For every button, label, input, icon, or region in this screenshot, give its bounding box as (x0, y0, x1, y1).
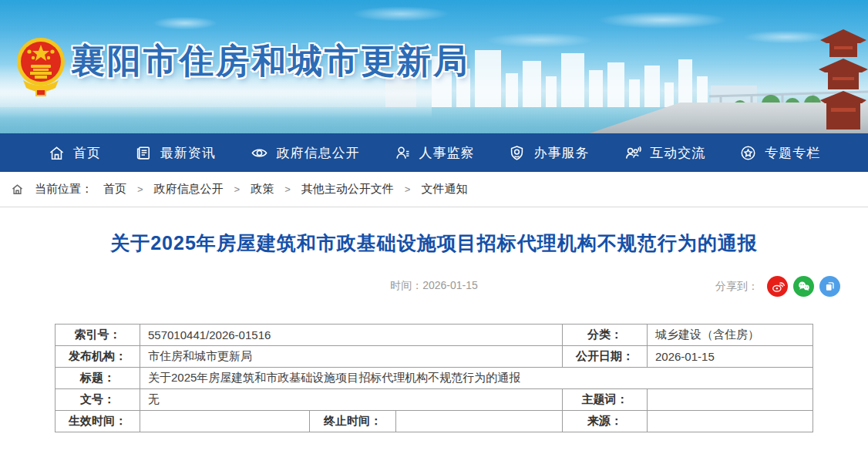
nav-label: 专题专栏 (765, 144, 820, 162)
nav-item-gov-info[interactable]: 政府信息公开 (250, 144, 360, 162)
breadcrumb-item-policy[interactable]: 政策 (251, 182, 274, 197)
eye-icon (250, 144, 269, 162)
share-copy-link-button[interactable] (819, 276, 840, 297)
breadcrumb-item-notices[interactable]: 文件通知 (421, 182, 467, 197)
nav-item-news[interactable]: 最新资讯 (135, 144, 216, 162)
share-wechat-button[interactable] (793, 276, 814, 297)
nav-item-personnel[interactable]: 人事监察 (394, 144, 475, 162)
title-label: 标题： (56, 368, 140, 389)
article-area: 关于2025年房屋建筑和市政基础设施项目招标代理机构不规范行为的通报 时间：20… (0, 207, 868, 432)
title-value: 关于2025年房屋建筑和市政基础设施项目招标代理机构不规范行为的通报 (140, 368, 813, 389)
breadcrumb-item-other-docs[interactable]: 其他主动公开文件 (301, 182, 394, 197)
home-icon (48, 144, 66, 162)
banner-pagoda (819, 14, 868, 129)
index-value: 557010441/2026-01516 (140, 325, 563, 346)
share-weibo-button[interactable] (767, 276, 788, 297)
nav-label: 办事服务 (533, 144, 589, 162)
breadcrumb: 当前位置： 首页 > 政府信息公开 > 政策 > 其他主动公开文件 > 文件通知 (0, 172, 868, 207)
breadcrumb-separator: > (405, 183, 411, 195)
nav-label: 人事监察 (419, 144, 475, 162)
shield-icon (508, 144, 526, 162)
publisher-label: 发布机构： (56, 346, 140, 368)
nav-label: 首页 (73, 144, 101, 162)
article-meta-row: 时间：2026-01-15 分享到： (0, 274, 868, 298)
effective-label: 生效时间： (56, 411, 140, 432)
table-row: 文号： 无 主题词： (56, 389, 813, 411)
category-label: 分类： (563, 325, 648, 346)
star-icon (739, 144, 757, 162)
weibo-icon (771, 280, 785, 294)
share-label: 分享到： (715, 280, 759, 294)
nav-item-interaction[interactable]: 互动交流 (623, 144, 705, 162)
site-title: 襄阳市住房和城市更新局 (71, 39, 469, 84)
main-nav: 首页 最新资讯 政府信息公开 人事监察 办事服务 互动交流 (0, 133, 868, 172)
category-value: 城乡建设（含住房） (648, 325, 813, 346)
nav-item-special[interactable]: 专题专栏 (739, 144, 820, 162)
source-label: 来源： (563, 411, 648, 432)
publisher-value: 市住房和城市更新局 (140, 346, 563, 368)
breadcrumb-separator: > (137, 183, 143, 195)
breadcrumb-separator: > (234, 183, 241, 195)
nav-label: 政府信息公开 (277, 144, 360, 162)
nav-item-home[interactable]: 首页 (48, 144, 101, 162)
table-row: 生效时间： 终止时间： 来源： (56, 411, 813, 432)
wechat-icon (796, 279, 811, 294)
home-icon (11, 183, 24, 196)
keywords-value (648, 389, 813, 411)
source-value (648, 411, 813, 432)
copy-link-icon (823, 280, 836, 293)
document-meta-table: 索引号： 557010441/2026-01516 分类： 城乡建设（含住房） … (55, 324, 813, 432)
expiry-label: 终止时间： (310, 411, 396, 432)
keywords-label: 主题词： (563, 389, 648, 411)
breadcrumb-location-label: 当前位置： (35, 182, 93, 197)
nav-label: 最新资讯 (160, 144, 216, 162)
share-group: 分享到： (715, 276, 840, 297)
person-icon (394, 144, 412, 162)
effective-value (140, 411, 310, 432)
breadcrumb-separator: > (284, 183, 291, 195)
pubdate-value: 2026-01-15 (648, 346, 813, 368)
pubdate-label: 公开日期： (563, 346, 648, 368)
table-row: 索引号： 557010441/2026-01516 分类： 城乡建设（含住房） (56, 325, 813, 346)
docnum-value: 无 (140, 389, 563, 411)
table-row: 标题： 关于2025年房屋建筑和市政基础设施项目招标代理机构不规范行为的通报 (56, 368, 813, 389)
breadcrumb-item-gov-info[interactable]: 政府信息公开 (154, 182, 224, 197)
site-banner: 襄阳市住房和城市更新局 (0, 0, 868, 133)
news-icon (135, 144, 153, 162)
expiry-value (396, 411, 563, 432)
national-emblem (14, 31, 68, 102)
index-label: 索引号： (56, 325, 140, 346)
breadcrumb-item-home[interactable]: 首页 (103, 182, 126, 197)
nav-label: 互动交流 (650, 144, 705, 162)
chat-people-icon (623, 144, 642, 162)
article-title: 关于2025年房屋建筑和市政基础设施项目招标代理机构不规范行为的通报 (0, 230, 868, 256)
time-value: 2026-01-15 (422, 279, 478, 291)
table-row: 发布机构： 市住房和城市更新局 公开日期： 2026-01-15 (56, 346, 813, 368)
nav-item-services[interactable]: 办事服务 (508, 144, 589, 162)
time-label: 时间： (390, 279, 422, 291)
docnum-label: 文号： (56, 389, 140, 411)
